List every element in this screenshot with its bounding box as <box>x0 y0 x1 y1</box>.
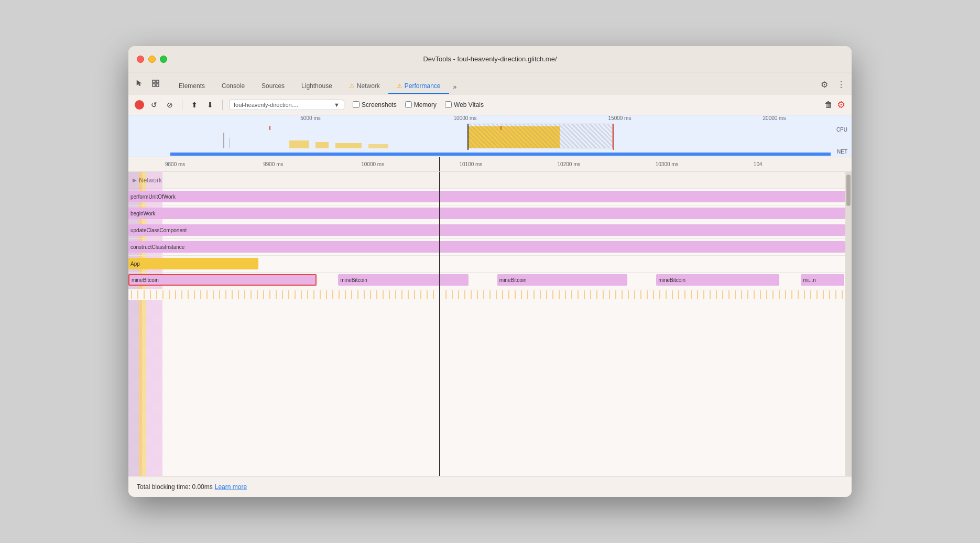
screenshots-label: Screenshots <box>362 101 397 108</box>
flame-bar-mineBitcoin-3[interactable]: mineBitcoin <box>656 274 779 286</box>
more-options-icon[interactable]: ⋮ <box>835 78 847 91</box>
tab-elements[interactable]: Elements <box>170 79 213 94</box>
flame-bar-updateClassComponent[interactable]: updateClassComponent <box>128 224 845 236</box>
scrollbar-thumb[interactable] <box>846 175 851 206</box>
tab-sources-label: Sources <box>262 82 285 90</box>
toolbar-separator-2 <box>222 100 223 110</box>
flame-row-4: App <box>128 256 852 273</box>
flame-bar-mineBitcoin-0[interactable]: mineBitcoin <box>128 274 317 286</box>
web-vitals-checkbox-label[interactable]: Web Vitals <box>445 101 484 108</box>
traffic-lights <box>137 56 167 63</box>
red-mark-1 <box>269 126 270 130</box>
ruler-label-3: 20000 ms <box>697 115 852 121</box>
screenshots-checkbox[interactable] <box>353 101 360 108</box>
flame-row-5: mineBitcoin mineBitcoin mineBitcoin mine… <box>128 273 852 289</box>
devtools-window: DevTools - foul-heavenly-direction.glitc… <box>128 46 852 497</box>
cpu-yellow-4 <box>368 144 388 148</box>
tick-marks-container <box>128 289 845 300</box>
bottom-bar: Total blocking time: 0.00ms Learn more <box>128 476 852 497</box>
flame-bar-app[interactable]: App <box>128 258 258 269</box>
vertical-scrollbar[interactable] <box>845 172 852 476</box>
flame-row-0: performUnitOfWork <box>128 189 852 205</box>
ruler-label-1: 10000 ms <box>388 115 542 121</box>
time-label-5: 10300 ms <box>656 161 754 167</box>
total-blocking-time-text: Total blocking time: 0.00ms <box>137 483 213 491</box>
cpu-yellow-2 <box>315 142 329 148</box>
tab-network[interactable]: ⚠ Network <box>341 79 388 94</box>
net-label: NET <box>837 149 847 155</box>
settings-red-icon[interactable]: ⚙ <box>837 99 845 111</box>
time-label-3: 10100 ms <box>459 161 557 167</box>
flame-row-1: beginWork <box>128 205 852 222</box>
clear-button[interactable]: ⊘ <box>164 99 176 111</box>
flame-bar-mineBitcoin-1[interactable]: mineBitcoin <box>338 274 468 286</box>
flame-bar-mineBitcoin-2[interactable]: mineBitcoin <box>497 274 627 286</box>
memory-checkbox-label[interactable]: Memory <box>405 101 437 108</box>
url-selector[interactable]: foul-heavenly-direction.... ▼ <box>229 100 344 110</box>
tab-more[interactable]: » <box>449 80 461 94</box>
time-label-4: 10200 ms <box>558 161 656 167</box>
flame-label-constructClassInstance: constructClassInstance <box>130 244 184 250</box>
flame-bar-mineBitcoin-4[interactable]: mi...n <box>801 274 844 286</box>
svg-rect-3 <box>156 84 159 86</box>
flame-bar-constructClassInstance[interactable]: constructClassInstance <box>128 241 845 253</box>
reload-button[interactable]: ↺ <box>148 99 160 111</box>
upload-button[interactable]: ⬆ <box>189 99 200 111</box>
selection-right-line <box>613 124 614 150</box>
flame-row-2: updateClassComponent <box>128 222 852 239</box>
flame-label-mineBitcoin-2: mineBitcoin <box>499 277 527 283</box>
flame-bars-3: constructClassInstance <box>128 239 852 255</box>
minimize-button[interactable] <box>148 56 156 63</box>
url-text: foul-heavenly-direction.... <box>234 102 298 108</box>
tab-console[interactable]: Console <box>213 79 253 94</box>
memory-label: Memory <box>414 101 437 108</box>
flame-label-updateClassComponent: updateClassComponent <box>130 227 187 233</box>
flame-bar-beginWork[interactable]: beginWork <box>128 208 845 219</box>
svg-rect-5 <box>128 290 845 299</box>
tick-marks-row <box>128 289 852 300</box>
download-button[interactable]: ⬇ <box>204 99 216 111</box>
flame-chart[interactable]: ▶ Network performUnitOfWork beginWork <box>128 172 852 476</box>
close-button[interactable] <box>137 56 144 63</box>
memory-checkbox[interactable] <box>405 101 412 108</box>
flame-bars-1: beginWork <box>128 205 852 222</box>
flame-bar-performUnitOfWork[interactable]: performUnitOfWork <box>128 191 845 202</box>
flame-row-3: constructClassInstance <box>128 239 852 256</box>
cpu-yellow-3 <box>335 143 362 148</box>
screenshots-checkbox-label[interactable]: Screenshots <box>353 101 397 108</box>
tab-performance[interactable]: ⚠ Performance <box>388 79 449 94</box>
flame-label-mineBitcoin-0: mineBitcoin <box>132 277 159 283</box>
title-bar: DevTools - foul-heavenly-direction.glitc… <box>128 46 852 72</box>
net-bar <box>170 153 831 156</box>
inspect-icon[interactable] <box>149 77 162 90</box>
record-button[interactable] <box>135 100 144 110</box>
maximize-button[interactable] <box>160 56 167 63</box>
tabs-bar: Elements Console Sources Lighthouse ⚠ Ne… <box>128 72 852 94</box>
tab-sources[interactable]: Sources <box>253 79 293 94</box>
overview-ruler: 5000 ms 10000 ms 15000 ms 20000 ms <box>128 115 852 121</box>
settings-icon[interactable]: ⚙ <box>818 78 831 91</box>
time-label-6: 104 <box>754 161 852 167</box>
svg-rect-1 <box>156 80 159 83</box>
time-ruler-labels: 9800 ms 9900 ms 10000 ms 10100 ms 10200 … <box>128 161 852 167</box>
ruler-label-2: 15000 ms <box>542 115 697 121</box>
performance-warn-icon: ⚠ <box>397 82 402 90</box>
tab-lighthouse[interactable]: Lighthouse <box>293 79 341 94</box>
flame-bars-5: mineBitcoin mineBitcoin mineBitcoin mine… <box>128 273 852 289</box>
network-section-row[interactable]: ▶ Network <box>128 172 852 189</box>
cursor-icon[interactable] <box>133 77 145 90</box>
window-title: DevTools - foul-heavenly-direction.glitc… <box>423 55 557 63</box>
time-ruler: 9800 ms 9900 ms 10000 ms 10100 ms 10200 … <box>128 157 852 172</box>
tabs-right: ⚙ ⋮ <box>818 78 847 94</box>
learn-more-link[interactable]: Learn more <box>215 483 247 491</box>
timeline-overview[interactable]: 5000 ms 10000 ms 15000 ms 20000 ms <box>128 115 852 157</box>
trash-icon[interactable]: 🗑 <box>824 100 833 110</box>
web-vitals-label: Web Vitals <box>454 101 484 108</box>
flame-bars-4: App <box>128 256 852 272</box>
time-label-1: 9900 ms <box>263 161 361 167</box>
web-vitals-checkbox[interactable] <box>445 101 452 108</box>
timeline-content: 9800 ms 9900 ms 10000 ms 10100 ms 10200 … <box>128 157 852 476</box>
toolbar: ↺ ⊘ ⬆ ⬇ foul-heavenly-direction.... ▼ Sc… <box>128 94 852 115</box>
time-label-2: 10000 ms <box>361 161 459 167</box>
svg-rect-0 <box>153 80 155 83</box>
